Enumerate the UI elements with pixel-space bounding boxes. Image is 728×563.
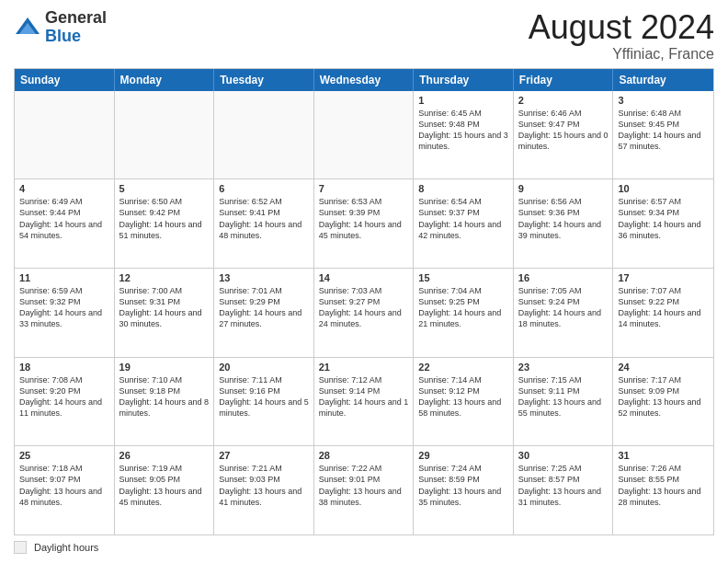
cal-cell: 8Sunrise: 6:54 AM Sunset: 9:37 PM Daylig…	[414, 179, 514, 268]
day-number: 1	[418, 95, 508, 106]
day-number: 2	[518, 95, 609, 106]
day-number: 9	[518, 183, 609, 194]
cell-info: Sunrise: 7:22 AM Sunset: 9:01 PM Dayligh…	[319, 463, 409, 508]
day-number: 11	[19, 272, 109, 283]
cell-info: Sunrise: 6:50 AM Sunset: 9:42 PM Dayligh…	[119, 196, 210, 241]
cal-cell	[15, 91, 115, 179]
day-number: 3	[618, 95, 709, 106]
cal-cell: 24Sunrise: 7:17 AM Sunset: 9:09 PM Dayli…	[613, 358, 713, 446]
day-number: 4	[19, 183, 109, 194]
page: General Blue August 2024 Yffiniac, Franc…	[0, 0, 728, 563]
day-number: 25	[19, 450, 109, 461]
cal-cell: 11Sunrise: 6:59 AM Sunset: 9:32 PM Dayli…	[15, 269, 115, 357]
day-number: 16	[518, 272, 609, 283]
cal-cell: 29Sunrise: 7:24 AM Sunset: 8:59 PM Dayli…	[414, 446, 514, 534]
cal-row: 25Sunrise: 7:18 AM Sunset: 9:07 PM Dayli…	[15, 445, 713, 534]
day-number: 14	[319, 272, 409, 283]
cal-cell: 14Sunrise: 7:03 AM Sunset: 9:27 PM Dayli…	[314, 269, 415, 357]
title-month: August 2024	[529, 9, 714, 46]
header: General Blue August 2024 Yffiniac, Franc…	[14, 9, 714, 63]
cal-cell: 25Sunrise: 7:18 AM Sunset: 9:07 PM Dayli…	[15, 446, 115, 534]
cell-info: Sunrise: 6:52 AM Sunset: 9:41 PM Dayligh…	[219, 196, 309, 241]
cal-cell: 27Sunrise: 7:21 AM Sunset: 9:03 PM Dayli…	[214, 446, 314, 534]
cal-cell: 31Sunrise: 7:26 AM Sunset: 8:55 PM Dayli…	[613, 446, 713, 534]
day-number: 22	[418, 362, 508, 373]
day-number: 28	[319, 450, 409, 461]
cal-header-cell: Thursday	[414, 69, 514, 91]
title-location: Yffiniac, France	[529, 46, 714, 63]
cal-cell: 2Sunrise: 6:46 AM Sunset: 9:47 PM Daylig…	[514, 91, 614, 179]
cal-cell: 15Sunrise: 7:04 AM Sunset: 9:25 PM Dayli…	[414, 269, 514, 357]
day-number: 23	[518, 362, 609, 373]
day-number: 29	[418, 450, 508, 461]
cell-info: Sunrise: 7:26 AM Sunset: 8:55 PM Dayligh…	[618, 463, 709, 508]
cell-info: Sunrise: 7:14 AM Sunset: 9:12 PM Dayligh…	[418, 374, 508, 419]
cal-cell: 16Sunrise: 7:05 AM Sunset: 9:24 PM Dayli…	[514, 269, 614, 357]
cal-header-cell: Tuesday	[214, 69, 314, 91]
day-number: 21	[319, 362, 409, 373]
cal-cell: 18Sunrise: 7:08 AM Sunset: 9:20 PM Dayli…	[15, 358, 115, 446]
cell-info: Sunrise: 6:56 AM Sunset: 9:36 PM Dayligh…	[518, 196, 609, 241]
cell-info: Sunrise: 7:11 AM Sunset: 9:16 PM Dayligh…	[219, 374, 309, 419]
legend-box	[14, 541, 27, 554]
logo-text: General Blue	[45, 9, 107, 46]
cal-row: 4Sunrise: 6:49 AM Sunset: 9:44 PM Daylig…	[15, 178, 713, 268]
cell-info: Sunrise: 7:03 AM Sunset: 9:27 PM Dayligh…	[319, 285, 409, 330]
day-number: 30	[518, 450, 609, 461]
day-number: 5	[119, 183, 210, 194]
cal-cell: 4Sunrise: 6:49 AM Sunset: 9:44 PM Daylig…	[15, 179, 115, 268]
day-number: 19	[119, 362, 210, 373]
day-number: 27	[219, 450, 309, 461]
day-number: 20	[219, 362, 309, 373]
cal-cell	[214, 91, 314, 179]
cal-header-cell: Wednesday	[314, 69, 415, 91]
cal-cell: 6Sunrise: 6:52 AM Sunset: 9:41 PM Daylig…	[214, 179, 314, 268]
cell-info: Sunrise: 7:15 AM Sunset: 9:11 PM Dayligh…	[518, 374, 609, 419]
cell-info: Sunrise: 7:08 AM Sunset: 9:20 PM Dayligh…	[19, 374, 109, 419]
cell-info: Sunrise: 6:45 AM Sunset: 9:48 PM Dayligh…	[418, 108, 508, 153]
cal-cell: 21Sunrise: 7:12 AM Sunset: 9:14 PM Dayli…	[314, 358, 415, 446]
legend-label: Daylight hours	[34, 542, 98, 553]
cal-row: 18Sunrise: 7:08 AM Sunset: 9:20 PM Dayli…	[15, 357, 713, 446]
cell-info: Sunrise: 6:59 AM Sunset: 9:32 PM Dayligh…	[19, 285, 109, 330]
day-number: 6	[219, 183, 309, 194]
cell-info: Sunrise: 7:00 AM Sunset: 9:31 PM Dayligh…	[119, 285, 210, 330]
cal-cell: 30Sunrise: 7:25 AM Sunset: 8:57 PM Dayli…	[514, 446, 614, 534]
cal-cell: 5Sunrise: 6:50 AM Sunset: 9:42 PM Daylig…	[115, 179, 215, 268]
logo-icon	[14, 14, 41, 41]
day-number: 13	[219, 272, 309, 283]
cal-cell: 19Sunrise: 7:10 AM Sunset: 9:18 PM Dayli…	[115, 358, 215, 446]
day-number: 7	[319, 183, 409, 194]
cal-cell: 20Sunrise: 7:11 AM Sunset: 9:16 PM Dayli…	[214, 358, 314, 446]
cell-info: Sunrise: 7:04 AM Sunset: 9:25 PM Dayligh…	[418, 285, 508, 330]
cell-info: Sunrise: 6:57 AM Sunset: 9:34 PM Dayligh…	[618, 196, 709, 241]
logo-blue: Blue	[45, 28, 107, 46]
day-number: 12	[119, 272, 210, 283]
cal-cell: 23Sunrise: 7:15 AM Sunset: 9:11 PM Dayli…	[514, 358, 614, 446]
cal-cell: 10Sunrise: 6:57 AM Sunset: 9:34 PM Dayli…	[613, 179, 713, 268]
cell-info: Sunrise: 7:18 AM Sunset: 9:07 PM Dayligh…	[19, 463, 109, 508]
day-number: 18	[19, 362, 109, 373]
day-number: 8	[418, 183, 508, 194]
cal-cell	[314, 91, 415, 179]
logo-general: General	[45, 9, 107, 28]
cal-cell: 7Sunrise: 6:53 AM Sunset: 9:39 PM Daylig…	[314, 179, 415, 268]
day-number: 15	[418, 272, 508, 283]
cal-cell: 13Sunrise: 7:01 AM Sunset: 9:29 PM Dayli…	[214, 269, 314, 357]
cal-header-cell: Saturday	[613, 69, 713, 91]
calendar-header: SundayMondayTuesdayWednesdayThursdayFrid…	[15, 69, 713, 91]
cal-header-cell: Friday	[514, 69, 614, 91]
cell-info: Sunrise: 7:24 AM Sunset: 8:59 PM Dayligh…	[418, 463, 508, 508]
cal-cell: 12Sunrise: 7:00 AM Sunset: 9:31 PM Dayli…	[115, 269, 215, 357]
cell-info: Sunrise: 7:10 AM Sunset: 9:18 PM Dayligh…	[119, 374, 210, 419]
day-number: 24	[618, 362, 709, 373]
cell-info: Sunrise: 6:48 AM Sunset: 9:45 PM Dayligh…	[618, 108, 709, 153]
calendar: SundayMondayTuesdayWednesdayThursdayFrid…	[14, 68, 714, 535]
day-number: 10	[618, 183, 709, 194]
cell-info: Sunrise: 7:19 AM Sunset: 9:05 PM Dayligh…	[119, 463, 210, 508]
cell-info: Sunrise: 7:17 AM Sunset: 9:09 PM Dayligh…	[618, 374, 709, 419]
cal-header-cell: Monday	[115, 69, 215, 91]
day-number: 26	[119, 450, 210, 461]
cal-cell: 28Sunrise: 7:22 AM Sunset: 9:01 PM Dayli…	[314, 446, 415, 534]
day-number: 17	[618, 272, 709, 283]
